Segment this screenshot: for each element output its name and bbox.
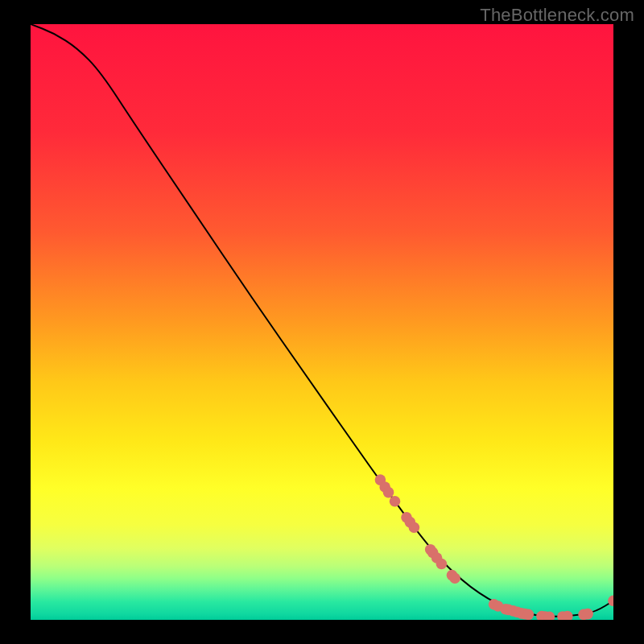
marker-dot	[608, 596, 619, 607]
marker-dot	[544, 612, 555, 623]
marker-dot	[409, 522, 420, 534]
marker-dot	[582, 609, 593, 620]
bottleneck-chart	[0, 0, 644, 644]
marker-dot	[383, 487, 394, 498]
marker-dot	[522, 609, 534, 621]
marker-dot	[449, 572, 460, 584]
marker-dot	[390, 496, 401, 507]
marker-dot	[562, 611, 573, 622]
chart-gradient-bg	[31, 24, 613, 620]
watermark-text: TheBottleneck.com	[480, 5, 634, 26]
marker-dot	[436, 559, 448, 570]
